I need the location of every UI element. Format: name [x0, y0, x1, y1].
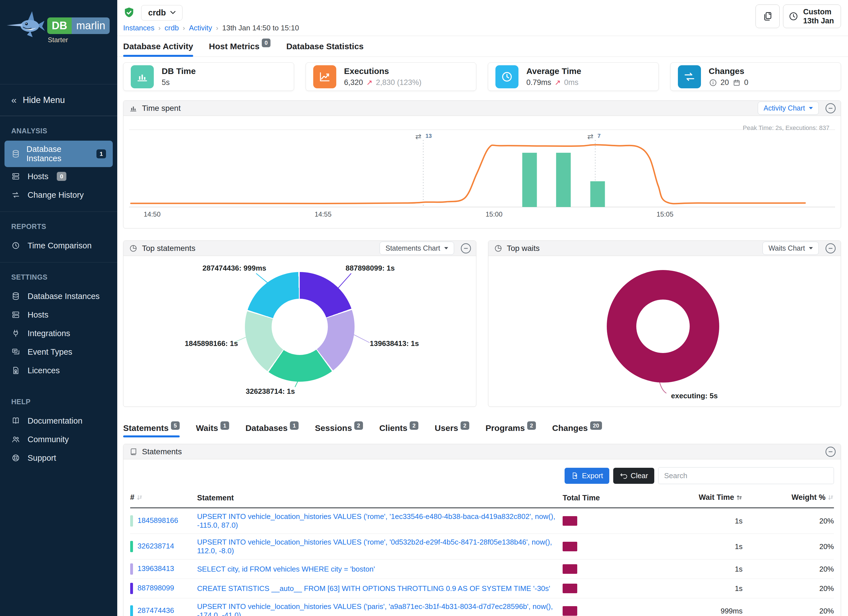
sidebar-item-hosts[interactable]: Hosts [0, 306, 117, 324]
statement-id-link[interactable]: 287474436 [138, 606, 174, 615]
docs-icon [11, 416, 21, 426]
svg-text:13: 13 [425, 133, 431, 139]
tab-label: Statements [123, 423, 169, 433]
breadcrumb-link[interactable]: crdb [165, 24, 179, 32]
brand-marlin: marlin [72, 18, 110, 34]
weight-cell: 20% [743, 534, 834, 560]
tab-database-statistics[interactable]: Database Statistics [286, 36, 363, 56]
sidebar-item-event-types[interactable]: Event Types [0, 343, 117, 361]
statement-id-link[interactable]: 326238714 [138, 542, 174, 550]
donut-slice-label: 139638413: 1s [370, 339, 419, 348]
statements-donut [245, 272, 354, 382]
detail-tab-sessions[interactable]: Sessions2 [315, 423, 363, 437]
statement-id-link[interactable]: 139638413 [138, 564, 174, 573]
collapse-panel-button[interactable] [825, 446, 836, 457]
statement-id-link[interactable]: 1845898166 [138, 516, 178, 525]
waits-donut-chart[interactable]: executing: 5s [488, 256, 841, 407]
kpi-event-count: 0 [744, 78, 749, 87]
col-weight[interactable]: Weight % [743, 488, 834, 508]
sidebar-item-time-comparison[interactable]: Time Comparison [0, 236, 117, 255]
sidebar-item-documentation[interactable]: Documentation [0, 411, 117, 430]
copy-button[interactable] [756, 4, 780, 28]
detail-tab-users[interactable]: Users2 [435, 423, 469, 437]
count-badge: 2 [527, 422, 536, 430]
clock-icon [789, 11, 799, 21]
statement-text-link[interactable]: SELECT city, id FROM vehicles WHERE city… [197, 565, 375, 573]
wait-time-cell: 1s [652, 560, 743, 579]
topbar: crdb Instances›crdb›Activity›13th Jan 14… [117, 0, 848, 36]
edition-label: Starter [48, 36, 68, 44]
statement-id-link[interactable]: 887898099 [138, 584, 174, 592]
sidebar-item-support[interactable]: Support [0, 449, 117, 467]
detail-tab-clients[interactable]: Clients2 [379, 423, 418, 437]
detail-tabs: Statements5Waits1Databases1Sessions2Clie… [123, 423, 841, 437]
svg-text:15:00: 15:00 [486, 211, 503, 218]
sidebar-item-label: Integrations [28, 329, 70, 338]
time-spent-chart[interactable]: ⇄13⇄714:5014:5515:0015:05 Peak Time: 2s,… [123, 116, 841, 228]
kpi-info-count: 20 [721, 78, 729, 87]
detail-tab-programs[interactable]: Programs2 [486, 423, 536, 437]
sidebar-item-integrations[interactable]: Integrations [0, 324, 117, 343]
wait-time-cell: 1s [652, 534, 743, 560]
wait-time-cell: 1s [652, 508, 743, 534]
statement-text-link[interactable]: UPSERT INTO vehicle_location_histories V… [197, 538, 552, 555]
search-input[interactable] [658, 467, 834, 484]
count-badge: 0 [262, 39, 270, 47]
tab-label: Host Metrics [209, 42, 259, 51]
activity-chart-select[interactable]: Activity Chart [758, 101, 819, 115]
sidebar-item-licences[interactable]: Licences [0, 361, 117, 380]
kpi-delta: 0ms [564, 78, 578, 87]
hide-menu-button[interactable]: « Hide Menu [0, 85, 117, 116]
sidebar-section-title: SETTINGS [0, 273, 117, 281]
breadcrumb-separator: › [216, 24, 218, 32]
col-wait-time[interactable]: Wait Time [652, 488, 743, 508]
collapse-panel-button[interactable] [825, 102, 836, 114]
tab-database-activity[interactable]: Database Activity [123, 36, 193, 56]
sidebar-item-database-instances[interactable]: Database Instances1 [4, 141, 113, 167]
breadcrumb-link[interactable]: Instances [123, 24, 154, 32]
detail-tab-changes[interactable]: Changes20 [552, 423, 602, 437]
statements-chart-select[interactable]: Statements Chart [380, 242, 454, 255]
col-total-time[interactable]: Total Time [563, 488, 652, 508]
waits-chart-select[interactable]: Waits Chart [762, 242, 819, 255]
breadcrumb-link[interactable]: Activity [189, 24, 212, 32]
detail-tab-statements[interactable]: Statements5 [123, 423, 180, 437]
count-badge: 0 [57, 172, 66, 181]
brand-wordmark: DBmarlin [47, 18, 110, 34]
statements-donut-chart[interactable]: 887898099: 1s139638413: 1s326238714: 1s1… [123, 256, 476, 407]
statements-table-panel: Statements Export Clear [123, 444, 841, 616]
total-time-bar [563, 542, 577, 551]
statement-text-link[interactable]: CREATE STATISTICS __auto__ FROM [63] WIT… [197, 584, 550, 593]
breadcrumb-current: 13th Jan 14:50 to 15:10 [222, 24, 299, 32]
instance-selector[interactable]: crdb [141, 5, 182, 21]
hide-menu-label: Hide Menu [23, 95, 65, 105]
collapse-panel-button[interactable] [825, 243, 836, 254]
top-statements-title: Top statements [142, 244, 196, 253]
detail-tab-waits[interactable]: Waits1 [196, 423, 229, 437]
sidebar-item-hosts[interactable]: Hosts0 [0, 167, 117, 186]
statement-text-link[interactable]: UPSERT INTO vehicle_location_histories V… [197, 602, 553, 616]
count-badge: 2 [410, 422, 418, 430]
top-statements-panel: Top statements Statements Chart [123, 240, 476, 407]
pie-chart-icon [494, 244, 503, 252]
tab-host-metrics[interactable]: Host Metrics0 [209, 36, 270, 56]
time-range-button[interactable]: Custom13th Jan [783, 4, 841, 28]
sidebar-item-database-instances[interactable]: Database Instances [0, 287, 117, 306]
svg-text:⇄: ⇄ [415, 132, 421, 141]
breadcrumb: Instances›crdb›Activity›13th Jan 14:50 t… [123, 24, 841, 32]
export-button[interactable]: Export [565, 468, 609, 484]
col-hash[interactable]: # [130, 488, 197, 508]
time-spent-header: Time spent Activity Chart [123, 101, 841, 116]
detail-tab-databases[interactable]: Databases1 [245, 423, 299, 437]
sidebar-item-label: Event Types [28, 347, 72, 357]
clear-button[interactable]: Clear [613, 468, 654, 484]
collapse-panel-button[interactable] [460, 243, 471, 254]
sidebar-item-community[interactable]: Community [0, 430, 117, 449]
statements-title: Statements [142, 447, 182, 456]
statement-text-link[interactable]: UPSERT INTO vehicle_location_histories V… [197, 512, 555, 529]
sidebar-item-change-history[interactable]: Change History [0, 186, 117, 204]
info-icon [709, 79, 717, 87]
caret-down-icon [809, 247, 813, 249]
col-statement[interactable]: Statement [197, 488, 563, 508]
waits-donut [607, 270, 719, 383]
